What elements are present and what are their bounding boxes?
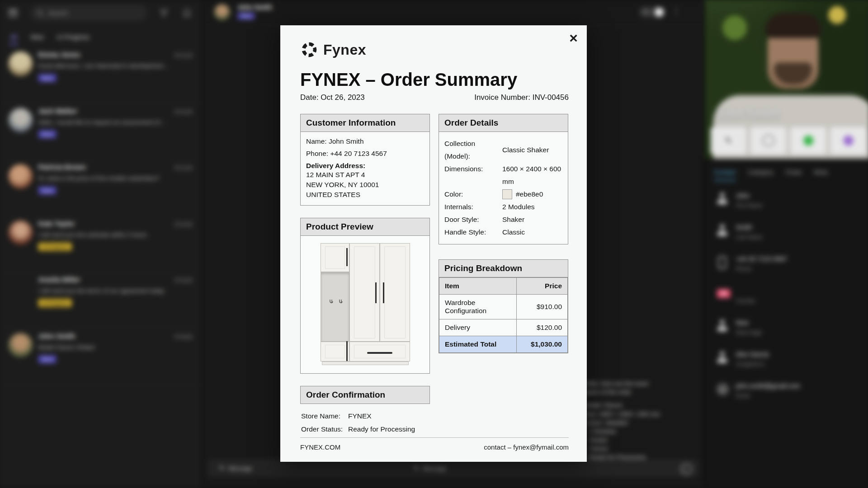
close-icon[interactable]: × xyxy=(569,32,578,44)
bot-toggle[interactable]: Bot xyxy=(639,6,665,18)
tab-chats[interactable]: Chats xyxy=(785,169,802,181)
brand-logo: Fynex xyxy=(300,41,569,59)
bookmark-button[interactable] xyxy=(180,6,193,20)
item-cell: Delivery xyxy=(439,319,517,336)
conversation-sidebar: Search All New In Progress Emma Jones 07… xyxy=(0,0,202,488)
contact-name: Amelia Miller xyxy=(38,276,193,283)
viber-button[interactable] xyxy=(830,127,866,154)
email-icon: @ xyxy=(717,383,728,395)
screen: Search All New In Progress Emma Jones 07… xyxy=(0,0,868,488)
message-input[interactable]: ✎ Message xyxy=(414,465,447,472)
call-button[interactable] xyxy=(750,127,786,154)
whatsapp-icon xyxy=(803,136,813,145)
item-cell: Wardrobe Configuration xyxy=(439,295,517,319)
search-input[interactable]: Search xyxy=(31,5,147,21)
message-line: – Classic xyxy=(584,444,702,453)
wardrobe-plinth xyxy=(322,361,409,365)
kebab-menu-icon[interactable]: ⋮ xyxy=(672,6,680,16)
left-column: Customer Information Name: John Smith Ph… xyxy=(300,114,430,436)
detail-row: Smith Last Name xyxy=(716,223,868,254)
total-row: Estimated Total $1,030.00 xyxy=(439,336,568,353)
conversation-item[interactable]: Kate Taylor 07/2/25 I will send you the … xyxy=(0,216,202,272)
note-input[interactable]: ✎ Message xyxy=(219,465,414,472)
chat-contact-name: John Smith xyxy=(237,4,272,11)
status-badge: New xyxy=(38,186,57,194)
country-badge-icon: M xyxy=(717,289,730,298)
emoji-icon[interactable] xyxy=(680,463,692,475)
detail-label: Dimensions: xyxy=(444,163,502,188)
color-code: #ebe8e0 xyxy=(516,188,543,201)
status-badge: In Progress xyxy=(38,243,72,251)
detail-row: @ john.smith@gmail.com Email xyxy=(716,381,868,413)
tab-category[interactable]: Category xyxy=(748,169,774,181)
conversation-item[interactable]: Jack Walker 07/1/25 Hello, I would like … xyxy=(0,103,202,160)
conversation-item[interactable]: Patricia Brown 07/1/25 Hi, what is the p… xyxy=(0,160,202,216)
coat-hook-icon xyxy=(329,299,335,307)
conversation-item[interactable]: Amelia Miller 07/2/25 I will send you th… xyxy=(0,272,202,328)
price-cell: $120.00 xyxy=(517,319,568,336)
message-preview: Hi, what is the price of the models ward… xyxy=(38,175,184,182)
brand-name: Fynex xyxy=(323,42,366,58)
order-summary-modal: × Fynex FYNEX – Order Summary Date: Oct … xyxy=(280,25,587,462)
message-preview: Hello, I would like to request an assess… xyxy=(38,119,184,126)
price-cell: $910.00 xyxy=(517,295,568,319)
avatar xyxy=(8,52,33,76)
pencil-icon: ✎ xyxy=(414,465,419,472)
avatar xyxy=(8,277,33,301)
phone-icon xyxy=(718,256,726,269)
detail-row: New Deal stage xyxy=(716,318,868,350)
conversation-item[interactable]: Emma Jones 07/1/25 Good afternoon, I am … xyxy=(0,47,202,103)
table-row: Delivery $120.00 xyxy=(439,319,568,336)
page-title: FYNEX – Order Summary xyxy=(300,70,569,89)
detail-value: Classic xyxy=(502,226,562,239)
status-badge: New xyxy=(38,74,57,82)
menu-icon[interactable] xyxy=(8,9,18,17)
address-line: 12 MAIN ST APT 4 xyxy=(306,170,424,180)
tab-new[interactable]: New xyxy=(31,33,43,41)
section-heading: Pricing Breakdown xyxy=(439,260,568,277)
customer-phone: Phone: +44 20 7123 4567 xyxy=(306,150,424,158)
tab-in-progress[interactable]: In Progress xyxy=(57,33,90,41)
total-price: $1,030.00 xyxy=(517,336,568,353)
profile-actions: ✎ xyxy=(710,127,866,154)
conversation-time: 07/3/25 xyxy=(175,334,193,340)
avatar xyxy=(8,333,33,357)
detail-label: Internals: xyxy=(444,201,502,213)
message-line: Hello, here are the exact xyxy=(584,379,702,388)
chat-contact-badge: New xyxy=(237,13,255,19)
tab-meta[interactable]: Meta xyxy=(814,169,828,181)
chat-header: John Smith New Bot ⋮ xyxy=(202,0,704,26)
address-line: UNITED STATES xyxy=(306,190,424,200)
invoice-number: Invoice Number: INV-00456 xyxy=(474,93,569,102)
whatsapp-button[interactable] xyxy=(790,127,826,154)
edit-button[interactable]: ✎ xyxy=(710,127,746,154)
total-label: Estimated Total xyxy=(439,336,517,353)
detail-label: Handle Style: xyxy=(444,226,502,239)
avatar xyxy=(8,164,33,188)
column-header-item: Item xyxy=(439,278,517,295)
confirmation-value: Ready for Processing xyxy=(348,422,415,436)
product-preview-section: Product Preview xyxy=(300,218,430,374)
message-line: Size: 1600 × 2400 × 600 mm xyxy=(584,409,702,418)
detail-row: John First Name xyxy=(716,191,868,223)
avatar xyxy=(8,221,33,245)
person-icon xyxy=(717,320,727,332)
tab-contact[interactable]: Contact xyxy=(714,169,736,181)
conversation-item[interactable]: John Smith 07/3/25 Model Classic Shaker … xyxy=(0,328,202,385)
document-footer: FYNEX.COM contact – fynex@fymail.com xyxy=(300,437,569,455)
filter-button[interactable] xyxy=(157,6,170,20)
section-heading: Customer Information xyxy=(301,114,429,132)
detail-label: Door Style: xyxy=(444,213,502,226)
coat-hook-icon xyxy=(338,299,344,307)
contact-name: Jack Walker xyxy=(38,107,193,115)
detail-row: Alex Garcia Assigned to xyxy=(716,350,868,381)
document-meta: Date: Oct 26, 2023 Invoice Number: INV-0… xyxy=(300,93,569,102)
viber-icon xyxy=(843,136,853,145)
right-column: Order Details Collection (Model): Classi… xyxy=(439,114,568,436)
tab-all[interactable]: All xyxy=(10,33,17,41)
funnel-icon xyxy=(160,9,168,17)
message-line: specs of the order xyxy=(584,388,702,396)
search-placeholder: Search xyxy=(48,9,68,17)
order-confirmation-body: Store Name: FYNEX Order Status: Ready fo… xyxy=(300,404,430,436)
contact-name: Patricia Brown xyxy=(38,163,193,171)
